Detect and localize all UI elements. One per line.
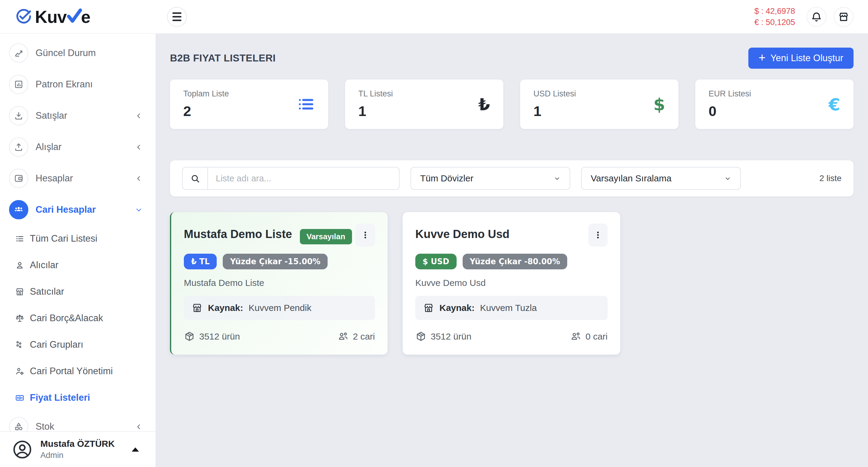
sidebar-item-patron-ekrani[interactable]: Patron Ekranı: [0, 69, 156, 100]
card-title: Mustafa Demo Liste: [184, 228, 292, 241]
card-header: Kuvve Demo Usd: [415, 223, 608, 246]
card-badges: ₺ TL Yüzde Çıkar -15.00%: [184, 254, 375, 269]
card-footer: 3512 ürün 0 cari: [415, 331, 608, 342]
sidebar-subitem-saticilar[interactable]: Satıcılar: [0, 278, 156, 305]
price-list-card-mustafa-demo[interactable]: Mustafa Demo Liste Varsayılan ₺ TL Yüzde…: [170, 212, 388, 354]
people-icon: [570, 331, 581, 342]
stat-label: Toplam Liste: [183, 89, 229, 98]
card-menu-button[interactable]: [355, 223, 375, 246]
scales-icon: [15, 314, 24, 323]
person-icon: [15, 260, 24, 270]
wallet-icon: [9, 169, 28, 188]
dollar-icon: $: [653, 95, 665, 114]
sidebar-subitem-cari-portal-yonetimi[interactable]: Cari Portal Yönetimi: [0, 358, 156, 384]
sidebar-subitem-label: Satıcılar: [30, 286, 64, 297]
stat-value: 1: [533, 103, 576, 119]
eur-rate: € : 50,1205: [754, 17, 795, 28]
sidebar-item-alislar[interactable]: Alışlar: [0, 131, 156, 163]
sidebar-subitem-label: Tüm Cari Listesi: [30, 233, 97, 244]
user-info: Mustafa ÖZTÜRK Admin: [40, 439, 115, 460]
sort-filter-select[interactable]: Varsayılan Sıralama: [581, 167, 741, 190]
product-count: 3512 ürün: [184, 331, 240, 342]
notifications-button[interactable]: [807, 7, 827, 27]
stat-value: 2: [183, 103, 229, 119]
brand-checkmark-icon: [67, 7, 81, 27]
list-icon: [296, 95, 315, 114]
sidebar-item-guncel-durum[interactable]: Güncel Durum: [0, 37, 156, 69]
user-name: Mustafa ÖZTÜRK: [40, 439, 115, 449]
page-title: B2B FIYAT LISTELERI: [170, 53, 276, 64]
chevron-left-icon: [135, 113, 142, 119]
store-button[interactable]: [834, 7, 854, 27]
currency-filter-select[interactable]: Tüm Dövizler: [410, 167, 570, 190]
chevron-left-icon: [135, 423, 142, 430]
groups-icon: [15, 340, 24, 349]
search-input[interactable]: [208, 167, 399, 189]
euro-icon: €: [829, 95, 840, 114]
chevron-down-icon: [135, 207, 142, 213]
card-badges: $ USD Yüzde Çıkar -80.00%: [415, 254, 608, 269]
create-list-button[interactable]: + Yeni Liste Oluştur: [748, 48, 854, 69]
people-icon: [338, 331, 349, 342]
source-value: Kuvvem Tuzla: [480, 303, 537, 313]
stat-card-tl: TL Listesi 1 ₺: [345, 80, 503, 129]
card-source-row: Kaynak: Kuvvem Pendik: [184, 296, 375, 320]
source-label: Kaynak:: [439, 303, 475, 313]
brand-logo[interactable]: Kuv e: [0, 0, 156, 34]
storefront-icon: [15, 287, 24, 297]
sidebar-subitem-fiyat-listeleri[interactable]: Fiyat Listeleri: [0, 384, 156, 411]
kebab-menu-icon: [360, 230, 370, 240]
card-title: Kuvve Demo Usd: [415, 228, 510, 241]
sidebar-item-label: Patron Ekranı: [36, 79, 93, 90]
sidebar-item-label: Hesaplar: [36, 173, 73, 184]
card-header: Mustafa Demo Liste Varsayılan: [184, 223, 375, 246]
list-icon: [15, 234, 24, 244]
card-description: Mustafa Demo Liste: [184, 278, 375, 288]
chevron-left-icon: [135, 144, 142, 151]
currency-badge: ₺ TL: [184, 254, 217, 269]
stat-value: 1: [358, 103, 393, 119]
storefront-icon: [192, 303, 203, 313]
stat-label: USD Listesi: [533, 89, 576, 98]
price-list-cards: Mustafa Demo Liste Varsayılan ₺ TL Yüzde…: [170, 212, 854, 354]
discount-badge: Yüzde Çıkar -15.00%: [223, 254, 328, 269]
sidebar-subitem-label: Cari Borç&Alacak: [30, 313, 103, 323]
main-area: $ : 42,6978 € : 50,1205 B2B FIYAT LISTEL…: [156, 0, 868, 467]
filter-bar: Tüm Dövizler Varsayılan Sıralama 2 liste: [170, 160, 854, 196]
upload-icon: [9, 137, 28, 157]
sidebar-subitem-cari-borc-alacak[interactable]: Cari Borç&Alacak: [0, 305, 156, 332]
sidebar-item-label: Satışlar: [36, 110, 67, 121]
avatar: [12, 439, 33, 460]
plus-icon: +: [758, 52, 766, 64]
lira-icon: ₺: [478, 95, 490, 114]
sidebar-subitem-cari-gruplari[interactable]: Cari Grupları: [0, 332, 156, 358]
stat-card-eur: EUR Listesi 0 €: [695, 80, 854, 129]
card-menu-button[interactable]: [588, 223, 608, 246]
account-count: 0 cari: [570, 331, 608, 342]
card-source-row: Kaynak: Kuvvem Tuzla: [415, 296, 608, 320]
price-list-card-kuvve-demo-usd[interactable]: Kuvve Demo Usd $ USD Yüzde Çıkar -80.00%…: [403, 212, 620, 354]
sidebar-subitem-alicilar[interactable]: Alıcılar: [0, 252, 156, 278]
hamburger-menu-button[interactable]: [167, 7, 187, 27]
discount-badge: Yüzde Çıkar -80.00%: [463, 254, 567, 269]
sidebar-menu: Güncel Durum Patron Ekranı Satışlar Alış…: [0, 34, 156, 442]
brand-wordmark: Kuv e: [35, 7, 90, 27]
sidebar-item-hesaplar[interactable]: Hesaplar: [0, 163, 156, 194]
user-menu[interactable]: Mustafa ÖZTÜRK Admin: [0, 431, 156, 467]
search-icon: [183, 167, 208, 189]
search-group: [182, 167, 400, 190]
sidebar-item-satislar[interactable]: Satışlar: [0, 100, 156, 131]
source-value: Kuvvem Pendik: [249, 303, 311, 313]
sidebar-item-label: Alışlar: [36, 142, 61, 152]
download-icon: [9, 106, 28, 125]
stat-card-total: Toplam Liste 2: [170, 80, 328, 129]
brand-check-circle-icon: [14, 8, 31, 26]
sidebar-item-cari-hesaplar[interactable]: Cari Hesaplar: [0, 194, 156, 225]
default-badge: Varsayılan: [300, 229, 352, 244]
sidebar-item-label: Cari Hesaplar: [36, 204, 96, 215]
stat-label: EUR Listesi: [709, 89, 751, 98]
card-footer: 3512 ürün 2 cari: [184, 331, 375, 342]
sort-filter-value: Varsayılan Sıralama: [591, 173, 672, 184]
bell-icon: [811, 11, 822, 22]
sidebar-subitem-tum-cari-listesi[interactable]: Tüm Cari Listesi: [0, 225, 156, 252]
